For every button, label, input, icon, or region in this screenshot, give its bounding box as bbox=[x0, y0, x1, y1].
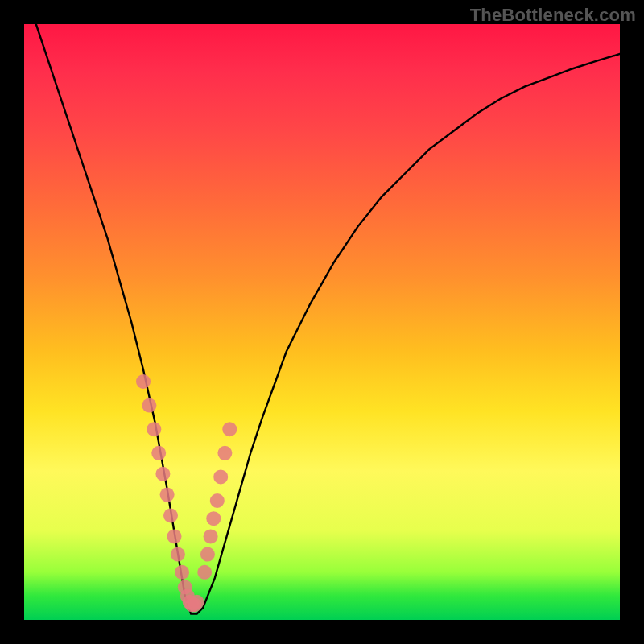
marker-dot bbox=[171, 547, 185, 562]
marker-dot bbox=[136, 374, 151, 389]
markers-group bbox=[136, 374, 237, 613]
marker-dot bbox=[142, 398, 156, 413]
marker-dot bbox=[175, 565, 189, 580]
bottleneck-curve bbox=[36, 24, 620, 614]
marker-dot bbox=[190, 595, 204, 609]
marker-dot bbox=[217, 446, 232, 460]
plot-area bbox=[24, 24, 620, 620]
marker-dot bbox=[213, 469, 228, 484]
marker-dot bbox=[200, 547, 215, 562]
watermark-text: TheBottleneck.com bbox=[470, 5, 636, 26]
marker-dot bbox=[222, 422, 237, 436]
marker-dot bbox=[197, 565, 212, 580]
marker-dot bbox=[147, 422, 161, 436]
marker-dot bbox=[155, 467, 170, 481]
marker-dot bbox=[204, 529, 218, 543]
marker-dot bbox=[167, 529, 182, 543]
marker-dot bbox=[160, 488, 175, 502]
marker-dot bbox=[151, 446, 166, 460]
chart-frame: TheBottleneck.com bbox=[0, 0, 644, 644]
marker-dot bbox=[163, 509, 178, 523]
bottleneck-curve-svg bbox=[24, 24, 620, 620]
marker-dot bbox=[210, 493, 225, 508]
marker-dot bbox=[206, 511, 221, 526]
